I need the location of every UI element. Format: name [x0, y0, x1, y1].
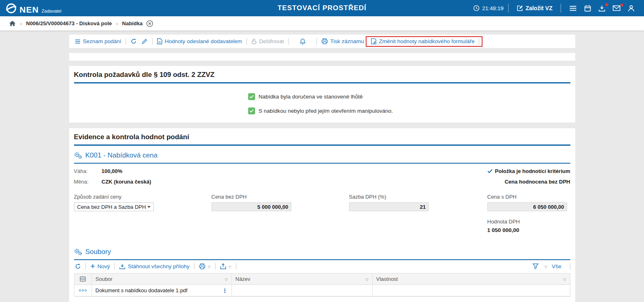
refresh-icon — [131, 38, 137, 44]
calendar-button[interactable] — [581, 3, 595, 13]
k001-title: K001 - Nabídková cena — [85, 151, 158, 160]
row-menu-cell[interactable] — [74, 285, 92, 296]
price-incl-vat-label: Cena s DPH — [487, 194, 570, 200]
sort-caret-icon — [563, 276, 566, 282]
requirements-section: Kontrola požadavků dle § 109 odst. 2 ZZV… — [69, 66, 575, 123]
requirement-check-label: Nabídka byla doručena ve stanovené lhůtě — [259, 94, 363, 100]
edit-square-icon — [517, 5, 523, 11]
filter-button[interactable] — [532, 263, 539, 269]
document-icon — [157, 38, 162, 44]
user-button[interactable] — [624, 3, 638, 13]
gears-icon — [74, 248, 82, 256]
requirement-check-label: S nabídkou nebylo před jejím otevřením m… — [259, 108, 393, 114]
view-all-filter-button[interactable]: Vše — [544, 263, 562, 269]
refresh-button[interactable] — [130, 38, 138, 44]
files-export-button[interactable] — [219, 263, 232, 269]
price-entry-mode-label: Způsob zadání ceny — [74, 194, 212, 200]
column-header-nazev[interactable]: Název — [231, 274, 372, 284]
files-print-button[interactable] — [198, 263, 212, 269]
toolbar-separator — [114, 263, 115, 269]
edit-button[interactable] — [141, 38, 148, 44]
home-icon[interactable] — [9, 20, 16, 26]
files-title: Soubory — [85, 248, 111, 256]
toolbar-separator — [152, 38, 153, 45]
files-table: Soubor Název Vlastnost Dok — [74, 273, 570, 297]
brand[interactable]: NEN Zadavatel — [6, 3, 61, 14]
content-spacer — [69, 53, 575, 61]
weight-label: Váha: — [74, 168, 102, 174]
column-header-vlastnost[interactable]: Vlastnost — [372, 274, 570, 284]
currency-label: Měna: — [74, 179, 102, 185]
messages-badge — [620, 4, 623, 7]
supplier-values-button[interactable]: Hodnoty odeslané dodavatelem — [156, 38, 243, 44]
toolbar-separator — [85, 263, 86, 269]
row-menu-icon[interactable] — [79, 289, 87, 291]
user-icon — [628, 5, 635, 12]
toolbar-separator — [570, 263, 570, 269]
file-name[interactable]: Dokument s nabídkou dodavatele 1.pdf — [96, 287, 188, 293]
files-refresh-button[interactable] — [74, 263, 82, 269]
vat-rate-field: Sazba DPH (%) — [349, 194, 487, 211]
breadcrumb-project[interactable]: N006/25/V00004673 - Disková pole — [26, 20, 112, 26]
record-toolbar: Seznam podání — [69, 35, 575, 48]
submissions-list-button[interactable]: Seznam podání — [74, 38, 122, 44]
price-excl-vat-label: Cena bez DPH — [212, 194, 349, 200]
filter-funnel-icon — [533, 263, 539, 269]
downloads-badge — [605, 3, 608, 6]
download-icon — [598, 5, 605, 12]
column-settings-icon — [80, 276, 86, 282]
file-vlastnost-cell[interactable] — [372, 285, 570, 296]
print-record-button[interactable]: Tisk záznamu — [321, 38, 365, 44]
new-file-button[interactable]: Nový — [90, 263, 111, 269]
vat-amount-block: Hodnota DPH 1 050 000,00 — [487, 219, 570, 233]
export-icon — [220, 263, 226, 269]
notifications-button[interactable] — [299, 38, 306, 45]
breadcrumb: N006/25/V00004673 - Disková pole Nabídka — [0, 16, 644, 31]
price-entry-mode-select[interactable]: Cena bez DPH a Sazba DPH — [74, 202, 154, 211]
k001-header: K001 - Nabídková cena — [74, 146, 570, 163]
brand-name: NEN — [20, 5, 39, 14]
price-excl-vat-input[interactable] — [212, 202, 291, 211]
criterion-note: Položka je hodnotící kritérium — [487, 168, 570, 174]
toolbar-separator — [194, 263, 194, 269]
create-vz-button[interactable]: Založit VZ — [513, 3, 556, 13]
column-header-soubor[interactable]: Soubor — [92, 274, 231, 284]
currency-row: Měna: CZK (koruna česká) Cena hodnocena … — [74, 179, 570, 185]
vat-amount-label: Hodnota DPH — [487, 219, 570, 225]
lock-icon — [251, 38, 257, 44]
files-table-header: Soubor Název Vlastnost — [74, 274, 570, 285]
printer-icon — [199, 263, 205, 269]
file-soubor-cell[interactable]: Dokument s nabídkou dodavatele 1.pdf — [92, 285, 231, 296]
downloads-button[interactable] — [595, 3, 609, 13]
files-header: Soubory — [74, 242, 570, 259]
calendar-icon — [584, 5, 591, 12]
menu-button[interactable] — [565, 4, 581, 13]
weight-row: Váha: 100,00% Položka je hodnotící krité… — [74, 168, 570, 174]
change-form-values-button[interactable]: Změnit hodnoty nabídkového formuláře — [370, 38, 476, 44]
nen-logo-icon — [6, 3, 17, 14]
chevron-down-icon — [208, 263, 211, 269]
download-all-attachments-button[interactable]: Stáhnout všechny přílohy — [118, 263, 190, 269]
column-settings-cell[interactable] — [74, 274, 92, 284]
toolbar-separator — [247, 38, 247, 45]
close-tab-icon[interactable] — [146, 20, 153, 27]
cell-actions-icon[interactable] — [222, 287, 228, 294]
files-filter-controls: Vše — [532, 263, 570, 269]
toolbar-separator — [288, 38, 289, 45]
gears-icon — [74, 152, 82, 159]
requirement-check-row: Nabídka byla doručena ve stanovené lhůtě — [248, 93, 570, 100]
breadcrumb-current: Nabídka — [122, 20, 143, 26]
price-incl-vat-input[interactable] — [487, 202, 567, 211]
file-row[interactable]: Dokument s nabídkou dodavatele 1.pdf — [74, 285, 570, 296]
file-nazev-cell[interactable] — [231, 285, 372, 296]
mail-icon — [613, 5, 620, 11]
vat-rate-input[interactable] — [349, 202, 429, 211]
highlighted-action: Změnit hodnoty nabídkového formuláře — [366, 36, 483, 47]
price-entry-mode-field: Způsob zadání ceny Cena bez DPH a Sazba … — [74, 194, 212, 211]
check-ok-icon — [248, 93, 255, 100]
messages-button[interactable] — [609, 4, 624, 13]
requirement-check-row: S nabídkou nebylo před jejím otevřením m… — [248, 107, 570, 114]
requirements-title: Kontrola požadavků dle § 109 odst. 2 ZZV… — [74, 66, 570, 82]
header-separator — [508, 4, 509, 13]
files-toolbar: Nový Stáhnout všechny přílohy — [74, 260, 570, 272]
